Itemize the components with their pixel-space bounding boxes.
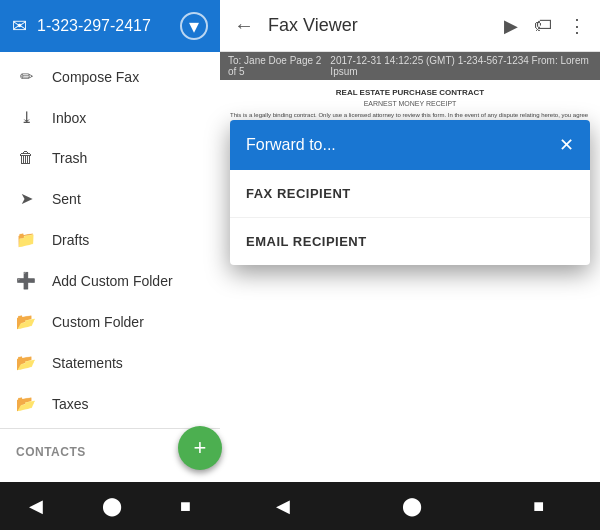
taxes-icon: 📂 xyxy=(16,394,36,413)
nav-item-drafts[interactable]: 📁 Drafts xyxy=(0,219,220,260)
sent-label: Sent xyxy=(52,191,81,207)
trash-icon: 🗑 xyxy=(16,149,36,167)
nav-menu: ✏ Compose Fax ⤓ Inbox 🗑 Trash ➤ Sent 📁 D… xyxy=(0,52,220,482)
compose-fab[interactable]: + xyxy=(178,426,222,470)
sent-icon: ➤ xyxy=(16,189,36,208)
bottom-nav-left: ◀ ⬤ ■ xyxy=(0,482,220,530)
taxes-label: Taxes xyxy=(52,396,89,412)
modal-header: Forward to... ✕ xyxy=(230,120,590,170)
nav-item-sent[interactable]: ➤ Sent xyxy=(0,178,220,219)
nav-item-add-custom-folder[interactable]: ➕ Add Custom Folder xyxy=(0,260,220,301)
nav-item-custom-folder[interactable]: 📂 Custom Folder xyxy=(0,301,220,342)
statements-label: Statements xyxy=(52,355,123,371)
home-button[interactable]: ⬤ xyxy=(102,495,122,517)
right-panel: ← Fax Viewer ▶ 🏷 ⋮ To: Jane Doe Page 2 o… xyxy=(220,0,600,530)
dropdown-chevron[interactable]: ▾ xyxy=(180,12,208,40)
back-nav-right[interactable]: ◀ xyxy=(276,495,290,517)
forward-modal: Forward to... ✕ FAX RECIPIENT EMAIL RECI… xyxy=(230,120,590,265)
inbox-icon: ⤓ xyxy=(16,108,36,127)
left-header-left: ✉ 1-323-297-2417 xyxy=(12,15,151,37)
fax-recipient-option[interactable]: FAX RECIPIENT xyxy=(230,170,590,218)
add-folder-icon: ➕ xyxy=(16,271,36,290)
back-button[interactable]: ◀ xyxy=(29,495,43,517)
email-recipient-option[interactable]: EMAIL RECIPIENT xyxy=(230,218,590,265)
inbox-label: Inbox xyxy=(52,110,86,126)
drafts-icon: 📁 xyxy=(16,230,36,249)
compose-label: Compose Fax xyxy=(52,69,139,85)
fax-icon: ✉ xyxy=(12,15,27,37)
square-nav-right[interactable]: ■ xyxy=(533,496,544,517)
compose-icon: ✏ xyxy=(16,67,36,86)
plus-icon: + xyxy=(194,435,207,461)
nav-item-inbox[interactable]: ⤓ Inbox xyxy=(0,97,220,138)
statements-icon: 📂 xyxy=(16,353,36,372)
nav-item-taxes[interactable]: 📂 Taxes xyxy=(0,383,220,424)
modal-title: Forward to... xyxy=(246,136,336,154)
drafts-label: Drafts xyxy=(52,232,89,248)
chevron-down-icon: ▾ xyxy=(189,14,199,38)
nav-item-trash[interactable]: 🗑 Trash xyxy=(0,138,220,178)
nav-item-statements[interactable]: 📂 Statements xyxy=(0,342,220,383)
custom-folder-label: Custom Folder xyxy=(52,314,144,330)
left-header: ✉ 1-323-297-2417 ▾ xyxy=(0,0,220,52)
home-nav-right[interactable]: ⬤ xyxy=(402,495,422,517)
nav-settings[interactable]: SETTINGS xyxy=(0,471,220,482)
modal-close-button[interactable]: ✕ xyxy=(559,134,574,156)
modal-overlay: Forward to... ✕ FAX RECIPIENT EMAIL RECI… xyxy=(220,0,600,482)
phone-number: 1-323-297-2417 xyxy=(37,17,151,35)
bottom-nav-right: ◀ ⬤ ■ xyxy=(220,482,600,530)
nav-item-compose[interactable]: ✏ Compose Fax xyxy=(0,56,220,97)
custom-folder-icon: 📂 xyxy=(16,312,36,331)
square-button[interactable]: ■ xyxy=(180,496,191,517)
add-custom-folder-label: Add Custom Folder xyxy=(52,273,173,289)
trash-label: Trash xyxy=(52,150,87,166)
